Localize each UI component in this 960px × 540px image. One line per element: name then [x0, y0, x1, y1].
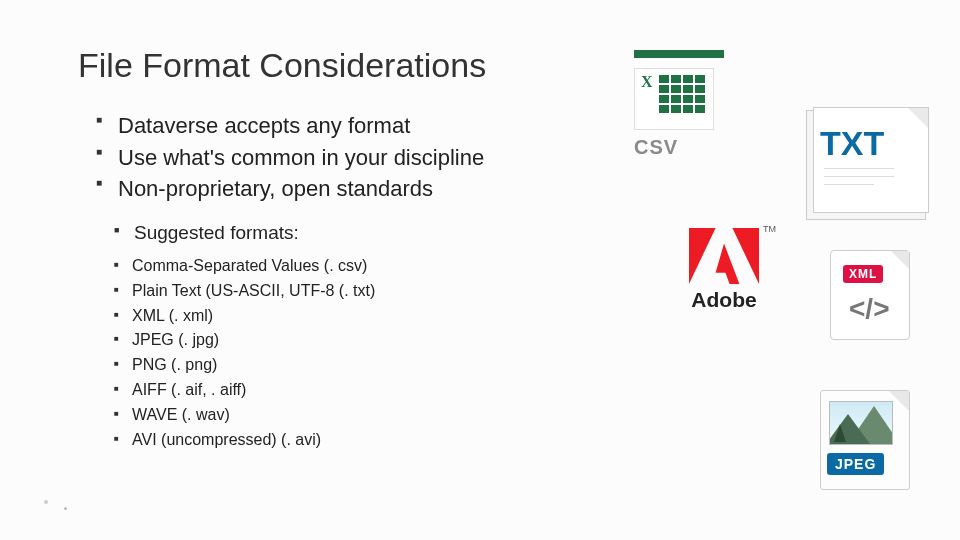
code-brackets-icon: </>: [849, 293, 889, 325]
svg-marker-1: [732, 228, 759, 284]
xml-icon: XML </>: [830, 250, 930, 340]
txt-icon: TXT: [806, 110, 936, 220]
csv-label: CSV: [634, 136, 744, 159]
slide: File Format Considerations Dataverse acc…: [0, 0, 960, 540]
decorative-dot: [44, 500, 48, 504]
adobe-icon: TM Adobe: [664, 228, 784, 312]
icon-column: X CSV TXT TM: [616, 40, 936, 500]
jpeg-badge: JPEG: [827, 453, 884, 475]
adobe-label: Adobe: [664, 288, 784, 312]
csv-icon: X CSV: [634, 50, 744, 159]
svg-marker-0: [689, 228, 716, 284]
jpeg-icon: JPEG: [820, 390, 930, 490]
txt-label: TXT: [820, 124, 884, 163]
xml-badge: XML: [843, 265, 883, 283]
mountain-photo-icon: [829, 401, 893, 445]
decorative-dot: [64, 507, 67, 510]
svg-marker-2: [716, 243, 740, 284]
trademark-label: TM: [763, 224, 776, 234]
